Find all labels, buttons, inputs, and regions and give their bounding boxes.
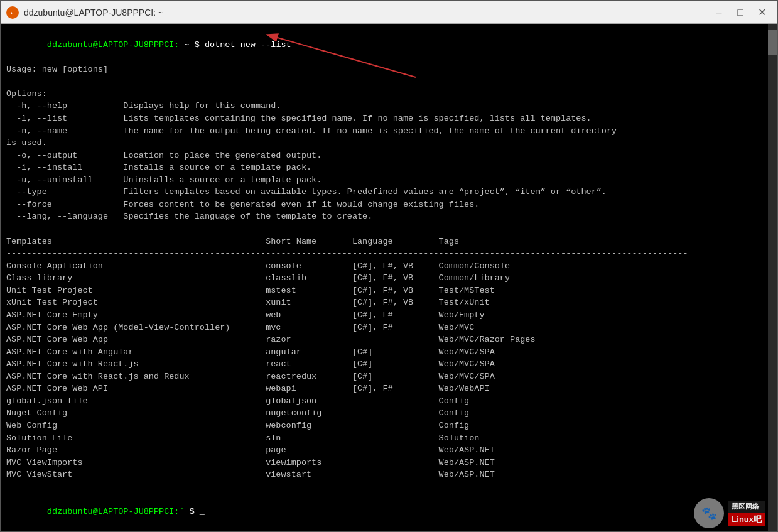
option-force: --force Forces content to be generated e… xyxy=(6,198,772,211)
window-title: ddzubuntu@LAPTOP-JU8PPPCI: ~ xyxy=(24,8,709,18)
blank-1 xyxy=(6,75,772,88)
usage-line: Usage: new [options] xyxy=(6,63,772,76)
option-install: -i, --install Installs a source or a tem… xyxy=(6,161,772,174)
col-headers: Templates Short Name Language Tags xyxy=(6,236,772,248)
watermark-icon: 🐾 xyxy=(694,498,724,528)
option-uninstall: -u, --uninstall Uninstalls a source or a… xyxy=(6,174,772,187)
option-list: -l, --list Lists templates containing th… xyxy=(6,112,772,125)
template-row-18: MVC ViewStart viewstart Web/ASP.NET xyxy=(6,469,772,481)
title-bar: ✦ ddzubuntu@LAPTOP-JU8PPPCI: ~ – □ ✕ xyxy=(1,1,777,24)
template-row-13: Nuget Config nugetconfig Config xyxy=(6,407,772,420)
template-row-5: ASP.NET Core Empty web [C#], F# Web/Empt… xyxy=(6,309,772,322)
prompt-user-1: ddzubuntu@LAPTOP-JU8PPPCI: xyxy=(47,40,180,50)
minimize-button[interactable]: – xyxy=(709,4,729,21)
options-header: Options: xyxy=(6,88,772,100)
template-row-16: Razor Page page Web/ASP.NET xyxy=(6,444,772,457)
watermark-text: 黑区网络 Linux吧 xyxy=(728,501,765,526)
blank-2 xyxy=(6,223,772,236)
scrollbar-thumb[interactable] xyxy=(768,30,777,55)
template-row-15: Solution File sln Solution xyxy=(6,432,772,445)
template-row-6: ASP.NET Core Web App (Model-View-Control… xyxy=(6,322,772,334)
terminal-window: ✦ ddzubuntu@LAPTOP-JU8PPPCI: ~ – □ ✕ ddz… xyxy=(0,0,778,532)
template-row-3: Unit Test Project mstest [C#], F#, VB Te… xyxy=(6,285,772,297)
prompt-path-2: ` xyxy=(179,507,184,516)
command-2: $ _ xyxy=(185,507,205,516)
close-button[interactable]: ✕ xyxy=(752,4,772,21)
command-1: $ dotnet new --list xyxy=(190,40,291,50)
app-icon: ✦ xyxy=(6,6,19,19)
option-lang: --lang, --language Specifies the languag… xyxy=(6,210,772,223)
template-row-1: Console Application console [C#], F#, VB… xyxy=(6,260,772,273)
prompt-path-1: ~ xyxy=(179,40,189,50)
template-row-2: Class library classlib [C#], F#, VB Comm… xyxy=(6,272,772,285)
template-row-7: ASP.NET Core Web App razor Web/MVC/Razor… xyxy=(6,334,772,346)
template-row-10: ASP.NET Core with React.js and Redux rea… xyxy=(6,371,772,383)
watermark-line2: Linux吧 xyxy=(728,513,765,526)
template-row-8: ASP.NET Core with Angular angular [C#] W… xyxy=(6,346,772,359)
scrollbar[interactable] xyxy=(768,24,777,531)
prompt-line-2: ddzubuntu@LAPTOP-JU8PPPCI:` $ _ xyxy=(6,493,772,530)
template-row-12: global.json file globaljson Config xyxy=(6,395,772,408)
terminal-output: ddzubuntu@LAPTOP-JU8PPPCI: ~ $ dotnet ne… xyxy=(1,24,777,531)
window-controls: – □ ✕ xyxy=(709,4,772,21)
svg-text:✦: ✦ xyxy=(10,10,13,16)
template-row-17: MVC ViewImports viewimports Web/ASP.NET xyxy=(6,457,772,469)
terminal-area[interactable]: ddzubuntu@LAPTOP-JU8PPPCI: ~ $ dotnet ne… xyxy=(1,24,777,531)
template-row-4: xUnit Test Project xunit [C#], F#, VB Te… xyxy=(6,296,772,309)
template-row-9: ASP.NET Core with React.js react [C#] We… xyxy=(6,358,772,371)
template-row-11: ASP.NET Core Web API webapi [C#], F# Web… xyxy=(6,383,772,395)
watermark: 🐾 黑区网络 Linux吧 xyxy=(694,498,765,528)
separator: ----------------------------------------… xyxy=(6,247,772,260)
option-name-cont: is used. xyxy=(6,137,772,149)
maximize-button[interactable]: □ xyxy=(730,4,750,21)
prompt-line-1: ddzubuntu@LAPTOP-JU8PPPCI: ~ $ dotnet ne… xyxy=(6,26,772,63)
option-help: -h, --help Displays help for this comman… xyxy=(6,100,772,112)
watermark-line1: 黑区网络 xyxy=(728,501,765,513)
template-row-14: Web Config webconfig Config xyxy=(6,420,772,432)
option-output: -o, --output Location to place the gener… xyxy=(6,149,772,162)
blank-3 xyxy=(6,481,772,494)
option-type: --type Filters templates based on availa… xyxy=(6,186,772,198)
prompt-user-2: ddzubuntu@LAPTOP-JU8PPPCI: xyxy=(47,507,180,516)
option-name: -n, --name The name for the output being… xyxy=(6,125,772,138)
